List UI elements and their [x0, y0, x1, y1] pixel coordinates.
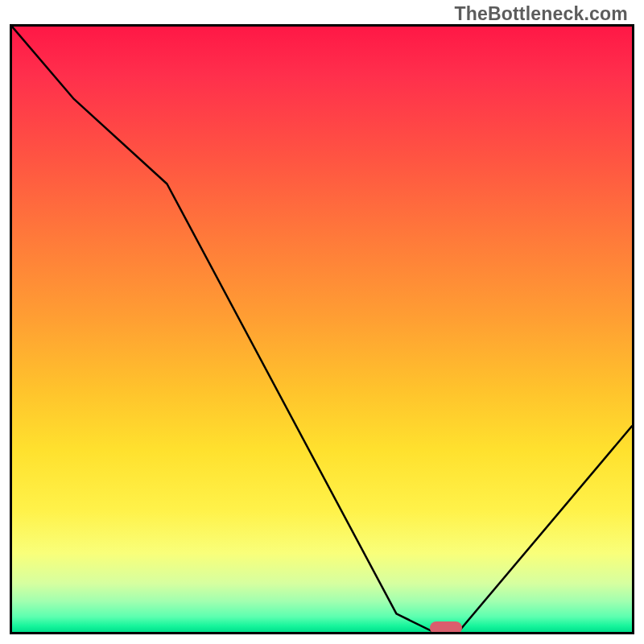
optimum-marker	[430, 621, 462, 634]
curve-path	[12, 27, 632, 632]
bottleneck-curve	[12, 27, 632, 632]
watermark-text: TheBottleneck.com	[454, 3, 628, 25]
plot-area	[10, 24, 634, 634]
chart-frame: TheBottleneck.com	[0, 0, 644, 644]
